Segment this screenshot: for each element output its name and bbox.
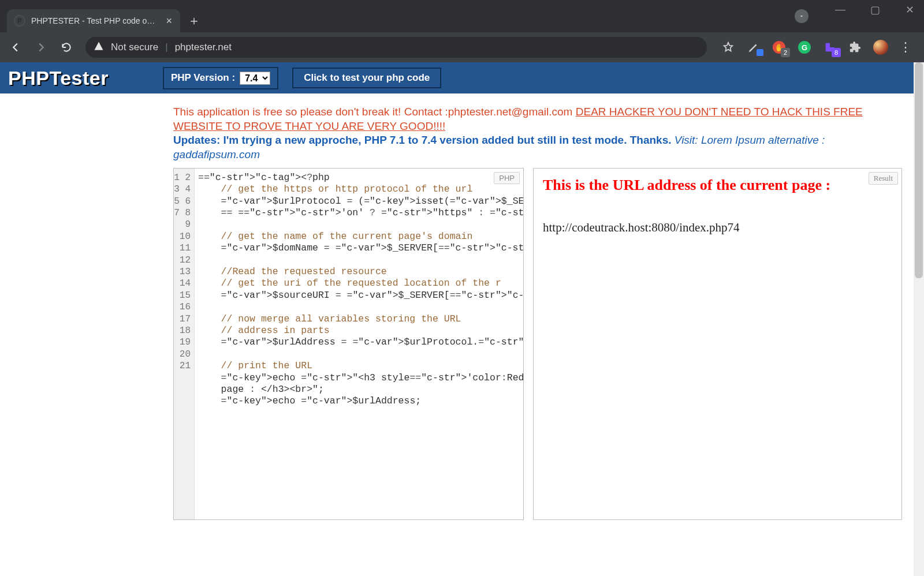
toolbar-right: ✋ 2 G 8 ⋮ (713, 40, 918, 55)
forward-button[interactable] (31, 38, 51, 57)
run-test-label: Click to test your php code (304, 72, 430, 84)
browser-titlebar: P PHPTESTER - Test PHP code onlin × ＋ — … (0, 0, 924, 32)
extensions-puzzle-icon[interactable] (848, 40, 863, 55)
window-close-icon[interactable]: ✕ (900, 3, 919, 16)
content-area: This application is free so please don't… (0, 93, 924, 576)
new-tab-button[interactable]: ＋ (185, 12, 203, 30)
extension-pen-icon[interactable] (746, 40, 761, 55)
page-scrollbar[interactable] (914, 62, 924, 576)
tab-title: PHPTESTER - Test PHP code onlin (31, 16, 157, 25)
php-version-select[interactable]: 7.4 (240, 72, 270, 85)
browser-menu-icon[interactable]: ⋮ (899, 40, 914, 55)
minimize-icon[interactable]: — (830, 3, 850, 16)
result-heading: This is the URL address of the current p… (543, 177, 892, 194)
php-version-label: PHP Version : (171, 72, 235, 84)
not-secure-label: Not secure (111, 42, 158, 53)
panels: PHP 1 2 3 4 5 6 7 8 9 10 11 12 13 14 15 … (173, 168, 902, 520)
addr-separator: | (165, 42, 167, 53)
php-version-control: PHP Version : 7.4 (163, 67, 278, 89)
account-chevron-icon[interactable] (795, 9, 808, 23)
close-icon[interactable]: × (166, 15, 172, 27)
not-secure-icon (94, 41, 104, 54)
tab-favicon: P (14, 15, 25, 27)
site-header: PHPTester PHP Version : 7.4 Click to tes… (0, 62, 924, 93)
url-text: phptester.net (175, 42, 232, 53)
notice-visit-link[interactable]: gaddafipsum.com (173, 148, 260, 160)
back-button[interactable] (6, 38, 25, 57)
result-panel: Result This is the URL address of the cu… (533, 168, 902, 520)
extension-grammarly-icon[interactable]: G (797, 40, 812, 55)
extension-blocker-icon[interactable]: ✋ 2 (772, 40, 787, 55)
run-test-button[interactable]: Click to test your php code (292, 68, 441, 88)
bookmark-star-icon[interactable] (721, 40, 736, 55)
result-output: http://codeutrack.host:8080/index.php74 (543, 220, 892, 235)
maximize-icon[interactable]: ▢ (865, 3, 885, 16)
profile-avatar[interactable] (873, 40, 888, 55)
notice-text: This application is free so please don't… (173, 105, 902, 162)
window-controls: — ▢ ✕ (830, 3, 919, 16)
extension-purple-icon[interactable]: 8 (822, 40, 837, 55)
address-bar[interactable]: Not secure | phptester.net (85, 37, 707, 58)
browser-toolbar: Not secure | phptester.net ✋ 2 G 8 ⋮ (0, 32, 924, 62)
notice-updates: Updates: I'm trying a new approche, PHP … (173, 134, 675, 146)
editor-gutter: 1 2 3 4 5 6 7 8 9 10 11 12 13 14 15 16 1… (174, 169, 195, 519)
editor-lang-badge: PHP (494, 172, 520, 184)
editor-code[interactable]: =="c-str">"c-tag"><?php // get the https… (195, 169, 523, 519)
code-editor[interactable]: PHP 1 2 3 4 5 6 7 8 9 10 11 12 13 14 15 … (173, 168, 524, 520)
notice-warning: This application is free so please don't… (173, 106, 576, 118)
browser-tab[interactable]: P PHPTESTER - Test PHP code onlin × (7, 9, 180, 32)
notice-visit-prefix: Visit: Lorem Ipsum alternative : (675, 134, 825, 146)
reload-button[interactable] (57, 38, 76, 57)
site-logo: PHPTester (8, 67, 109, 89)
page-viewport: PHPTester PHP Version : 7.4 Click to tes… (0, 62, 924, 576)
scrollbar-thumb[interactable] (915, 62, 923, 278)
purple-badge: 8 (832, 48, 841, 57)
result-badge: Result (869, 172, 898, 185)
blocker-badge: 2 (781, 48, 790, 57)
